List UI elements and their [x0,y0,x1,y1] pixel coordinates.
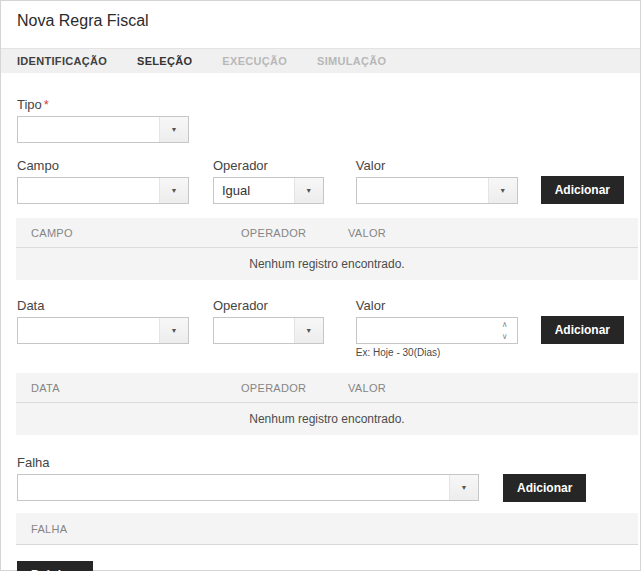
valor-column: Valor [356,158,518,204]
titlebar: Nova Regra Fiscal [1,1,640,30]
tipo-select[interactable] [17,116,189,143]
campo-grid-empty-message: Nenhum registro encontrado. [16,248,638,280]
column-header-campo: CAMPO [31,227,241,239]
required-asterisk: * [44,97,49,112]
column-header-valor: VALOR [348,382,638,394]
chevron-down-icon [294,178,323,203]
adicionar-data-button[interactable]: Adicionar [541,316,624,344]
data-select[interactable] [17,317,189,344]
falha-label: Falha [17,455,624,470]
adicionar-falha-button[interactable]: Adicionar [503,474,586,502]
tab-execucao: EXECUÇÃO [222,55,287,67]
data-operador-select-value [214,318,294,343]
tabstrip: IDENTIFICAÇÃO SELEÇÃO EXECUÇÃO SIMULAÇÃO [1,48,640,73]
data-operador-column: Operador [213,298,324,344]
data-operador-select[interactable] [213,317,324,344]
data-grid: DATA OPERADOR VALOR Nenhum registro enco… [16,373,638,435]
valor-select[interactable] [356,177,518,204]
operador-select[interactable]: Igual [213,177,324,204]
chevron-down-icon [488,178,517,203]
column-header-data: DATA [31,382,241,394]
tipo-label-text: Tipo [17,97,42,112]
falha-row: Adicionar [17,474,624,502]
campo-column: Campo [17,158,189,204]
column-header-valor: VALOR [348,227,638,239]
valor-select-value [357,178,488,203]
campo-filter-row: Campo Operador Igual Valor [17,158,624,204]
data-grid-empty-message: Nenhum registro encontrado. [16,403,638,435]
data-filter-row: Data Operador Valor [17,298,624,358]
tipo-section: Tipo* [17,97,624,143]
data-column: Data [17,298,189,344]
valor-label: Valor [356,158,518,173]
chevron-down-icon [159,117,188,142]
campo-select-value [18,178,159,203]
falha-grid: FALHA [16,513,638,545]
spinner-down-icon[interactable] [493,331,517,344]
adicionar-campo-button[interactable]: Adicionar [541,176,624,204]
falha-select[interactable] [17,474,479,501]
chevron-down-icon [159,318,188,343]
tipo-label: Tipo* [17,97,624,112]
campo-select[interactable] [17,177,189,204]
chevron-down-icon [294,318,323,343]
column-header-falha: FALHA [31,523,241,535]
footer: Próximo [17,561,624,571]
tab-identificacao[interactable]: IDENTIFICAÇÃO [17,55,107,67]
falha-grid-header: FALHA [16,513,638,545]
operador-select-value: Igual [214,178,294,203]
tipo-select-value [18,117,159,142]
tab-selecao[interactable]: SELEÇÃO [137,55,192,67]
chevron-down-icon [159,178,188,203]
data-operador-label: Operador [213,298,324,313]
operador-label: Operador [213,158,324,173]
column-header-operador: OPERADOR [241,227,348,239]
chevron-down-icon [449,475,478,500]
nova-regra-fiscal-dialog: Nova Regra Fiscal IDENTIFICAÇÃO SELEÇÃO … [0,0,641,571]
spinner-buttons [493,318,517,343]
falha-section: Falha Adicionar [17,455,624,502]
campo-grid: CAMPO OPERADOR VALOR Nenhum registro enc… [16,218,638,280]
tab-simulacao: SIMULAÇÃO [317,55,386,67]
campo-label: Campo [17,158,189,173]
data-select-value [18,318,159,343]
data-valor-value [357,318,493,343]
data-valor-label: Valor [356,298,518,313]
campo-grid-header: CAMPO OPERADOR VALOR [16,218,638,248]
spinner-up-icon[interactable] [493,318,517,331]
selecao-tab-content: Tipo* Campo Operador Igual [1,73,640,571]
data-label: Data [17,298,189,313]
proximo-button[interactable]: Próximo [17,561,93,571]
data-valor-numeric-input[interactable] [356,317,518,344]
falha-select-value [18,475,449,500]
data-grid-header: DATA OPERADOR VALOR [16,373,638,403]
data-valor-hint: Ex: Hoje - 30(Dias) [356,347,518,358]
data-valor-column: Valor Ex: Hoje - 30(Dias) [356,298,518,358]
column-header-operador: OPERADOR [241,382,348,394]
page-title: Nova Regra Fiscal [17,12,624,30]
operador-column: Operador Igual [213,158,324,204]
